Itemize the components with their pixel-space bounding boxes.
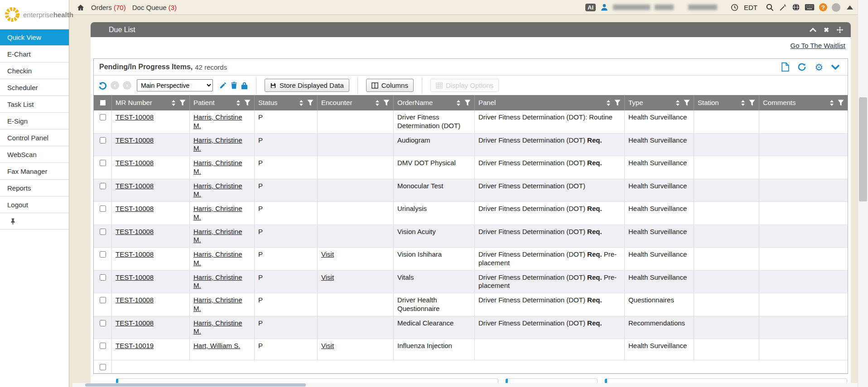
sidebar-item-checkin[interactable]: Checkin xyxy=(0,62,69,79)
mr-number-link[interactable]: TEST-10008 xyxy=(116,205,154,212)
wand-icon[interactable] xyxy=(779,3,787,12)
row-checkbox[interactable] xyxy=(100,183,106,189)
sidebar-item-logout[interactable]: Logout xyxy=(0,196,69,213)
row-checkbox[interactable] xyxy=(100,114,106,120)
sort-icon[interactable] xyxy=(741,100,745,106)
vertical-scrollbar[interactable] xyxy=(858,0,868,387)
sort-icon[interactable] xyxy=(172,100,175,106)
filter-icon[interactable] xyxy=(307,100,313,106)
user-icon[interactable] xyxy=(600,3,608,11)
go-to-waitlist-link[interactable]: Go To The Waitlist xyxy=(791,42,845,49)
row-checkbox[interactable] xyxy=(100,137,106,143)
search-icon[interactable] xyxy=(766,3,774,12)
patient-link[interactable]: Hart, William S. xyxy=(193,342,240,349)
filter-icon[interactable] xyxy=(838,100,844,106)
sidebar-item-scheduler[interactable]: Scheduler xyxy=(0,79,69,96)
patient-link[interactable]: Harris, Christine M. xyxy=(193,136,242,153)
move-icon[interactable] xyxy=(836,26,844,33)
patient-link[interactable]: Harris, Christine M. xyxy=(193,182,242,198)
footer-row-checkbox[interactable] xyxy=(100,364,106,370)
sort-icon[interactable] xyxy=(830,100,834,106)
patient-link[interactable]: Harris, Christine M. xyxy=(193,250,242,267)
globe-icon[interactable] xyxy=(792,3,800,11)
patient-link[interactable]: Harris, Christine M. xyxy=(193,273,242,290)
filter-icon[interactable] xyxy=(684,100,690,106)
mr-number-link[interactable]: TEST-10008 xyxy=(116,136,154,144)
filter-icon[interactable] xyxy=(244,100,251,106)
columns-button[interactable]: Columns xyxy=(366,79,414,92)
patient-link[interactable]: Harris, Christine M. xyxy=(193,319,242,335)
sidebar-item-control-panel[interactable]: Control Panel xyxy=(0,129,69,146)
filter-icon[interactable] xyxy=(464,100,471,106)
mr-number-link[interactable]: TEST-10008 xyxy=(116,319,154,327)
keyboard-icon[interactable] xyxy=(805,4,815,11)
filter-icon[interactable] xyxy=(179,100,186,106)
horizontal-scrollbar[interactable] xyxy=(72,383,858,387)
avatar[interactable] xyxy=(832,3,840,12)
row-checkbox[interactable] xyxy=(100,160,106,166)
nav-orders[interactable]: Orders (70) xyxy=(91,4,126,11)
sidebar-item-reports[interactable]: Reports xyxy=(0,180,69,196)
sort-icon[interactable] xyxy=(376,100,379,106)
close-icon[interactable]: ✖ xyxy=(824,26,829,33)
mr-number-link[interactable]: TEST-10008 xyxy=(116,273,154,281)
mr-number-link[interactable]: TEST-10008 xyxy=(116,250,154,258)
filter-icon[interactable] xyxy=(614,100,621,106)
new-page-icon[interactable] xyxy=(781,62,789,72)
row-checkbox[interactable] xyxy=(100,205,106,212)
home-icon[interactable] xyxy=(77,4,85,11)
patient-link[interactable]: Harris, Christine M. xyxy=(193,296,242,312)
row-checkbox[interactable] xyxy=(100,251,106,258)
collapse-icon[interactable] xyxy=(810,28,816,32)
row-checkbox[interactable] xyxy=(100,274,106,281)
sort-icon[interactable] xyxy=(676,100,680,106)
patient-link[interactable]: Harris, Christine M. xyxy=(193,159,242,175)
edit-perspective-icon[interactable] xyxy=(219,81,227,89)
sort-icon[interactable] xyxy=(607,100,610,106)
vertical-scrollbar-thumb[interactable] xyxy=(859,97,867,201)
store-displayed-data-button[interactable]: Store Displayed Data xyxy=(265,79,349,92)
patient-link[interactable]: Harris, Christine M. xyxy=(193,228,242,244)
scroll-top-arrow-icon[interactable] xyxy=(847,5,853,10)
sort-icon[interactable] xyxy=(299,100,303,106)
sidebar-item-e-sign[interactable]: E-Sign xyxy=(0,113,69,129)
mr-number-link[interactable]: TEST-10008 xyxy=(116,159,154,167)
lock-icon[interactable] xyxy=(241,81,248,90)
ai-badge[interactable]: AI xyxy=(585,4,596,11)
visit-link[interactable]: Visit xyxy=(321,342,334,349)
perspective-select[interactable]: Main Perspective xyxy=(137,79,213,91)
row-checkbox[interactable] xyxy=(100,229,106,235)
timezone-label[interactable]: EDT xyxy=(744,4,757,11)
filter-icon[interactable] xyxy=(749,100,755,106)
row-checkbox[interactable] xyxy=(100,297,106,303)
sidebar-item-fax-manager[interactable]: Fax Manager xyxy=(0,163,69,180)
nav-doc-queue[interactable]: Doc Queue (3) xyxy=(132,4,177,11)
mr-number-link[interactable]: TEST-10019 xyxy=(116,342,154,349)
back-icon[interactable]: ‹ xyxy=(111,81,119,90)
forward-icon[interactable]: › xyxy=(123,81,131,90)
row-checkbox[interactable] xyxy=(100,343,106,349)
sidebar-item-webscan[interactable]: WebScan xyxy=(0,146,69,163)
patient-link[interactable]: Harris, Christine M. xyxy=(193,205,242,221)
horizontal-scrollbar-thumb[interactable] xyxy=(85,383,306,387)
refresh-icon[interactable] xyxy=(797,62,806,72)
visit-link[interactable]: Visit xyxy=(321,273,334,281)
sort-icon[interactable] xyxy=(236,100,240,106)
filter-icon[interactable] xyxy=(383,100,390,106)
visit-link[interactable]: Visit xyxy=(321,250,334,258)
undo-icon[interactable] xyxy=(97,81,107,90)
sidebar-item-e-chart[interactable]: E-Chart xyxy=(0,46,69,62)
mr-number-link[interactable]: TEST-10008 xyxy=(116,113,154,121)
mr-number-link[interactable]: TEST-10008 xyxy=(116,296,154,304)
gear-icon[interactable]: ⚙ xyxy=(815,62,823,72)
mr-number-link[interactable]: TEST-10008 xyxy=(116,228,154,235)
sidebar-pin-button[interactable] xyxy=(0,213,69,229)
delete-perspective-icon[interactable] xyxy=(231,81,237,89)
sidebar-item-quick-view[interactable]: Quick View xyxy=(0,29,69,46)
chevron-down-icon[interactable] xyxy=(831,65,839,70)
select-all-checkbox[interactable] xyxy=(100,100,106,106)
row-checkbox[interactable] xyxy=(100,320,106,326)
sort-icon[interactable] xyxy=(457,100,460,106)
help-icon[interactable]: ? xyxy=(819,3,827,11)
sidebar-item-task-list[interactable]: Task List xyxy=(0,96,69,113)
